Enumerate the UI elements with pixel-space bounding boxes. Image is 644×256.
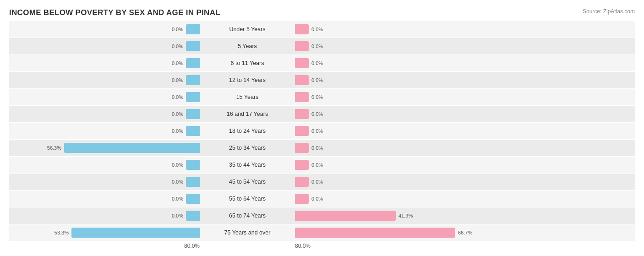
female-value-label: 0.0%: [311, 128, 323, 134]
left-bar-container: 0.0%: [9, 123, 202, 139]
male-value-label: 0.0%: [172, 179, 183, 185]
right-bar-container: 0.0%: [293, 72, 486, 88]
female-bar: [295, 228, 455, 238]
female-value-label: 0.0%: [311, 94, 323, 100]
axis-left: 80.0%: [9, 243, 202, 249]
right-bar-container: 0.0%: [293, 157, 486, 173]
chart-area: 0.0% Under 5 Years 0.0% 0.0% 5 Years 0.0…: [9, 21, 635, 223]
chart-row: 0.0% 45 to 54 Years 0.0%: [9, 174, 635, 190]
right-bar-container: 0.0%: [293, 21, 486, 38]
male-bar: [186, 24, 200, 34]
male-value-label: 0.0%: [172, 213, 183, 218]
female-value-label: 0.0%: [311, 196, 323, 202]
row-label: Under 5 Years: [202, 26, 293, 33]
chart-title: INCOME BELOW POVERTY BY SEX AND AGE IN P…: [9, 8, 635, 17]
female-value-label: 0.0%: [311, 145, 323, 151]
right-bar-container: 0.0%: [293, 89, 486, 105]
row-label: 12 to 14 Years: [202, 77, 293, 83]
left-bar-container: 0.0%: [9, 157, 202, 173]
chart-row: 0.0% 65 to 74 Years 41.9%: [9, 207, 635, 224]
left-bar-container: 0.0%: [9, 21, 202, 38]
axis-label-left: 80.0%: [184, 243, 200, 249]
row-label: 15 Years: [202, 94, 293, 100]
male-bar: [186, 194, 200, 204]
chart-row: 0.0% 12 to 14 Years 0.0%: [9, 72, 635, 88]
axis-row: 80.0% 80.0%: [9, 243, 635, 249]
female-value-label: 0.0%: [311, 162, 323, 168]
female-bar: [295, 160, 309, 170]
male-value-label: 0.0%: [172, 60, 183, 66]
female-value-label: 0.0%: [311, 27, 323, 32]
female-bar: [295, 194, 309, 204]
left-bar-container: 0.0%: [9, 174, 202, 190]
male-value-label: 0.0%: [172, 94, 183, 100]
source-text: Source: ZipAtlas.com: [583, 8, 635, 15]
row-label: 16 and 17 Years: [202, 111, 293, 117]
chart-row: 53.3% 75 Years and over 66.7%: [9, 224, 635, 241]
male-bar: [186, 177, 200, 187]
left-bar-container: 0.0%: [9, 38, 202, 54]
female-value-label: 41.9%: [398, 213, 413, 218]
male-value-label: 0.0%: [172, 77, 183, 83]
row-label: 65 to 74 Years: [202, 212, 293, 219]
left-bar-container: 0.0%: [9, 207, 202, 224]
chart-row: 0.0% 6 to 11 Years 0.0%: [9, 55, 635, 71]
row-label: 45 to 54 Years: [202, 179, 293, 185]
chart-row: 0.0% 15 Years 0.0%: [9, 89, 635, 105]
right-bar-container: 0.0%: [293, 174, 486, 190]
row-label: 5 Years: [202, 43, 293, 49]
row-label: 75 Years and over: [202, 229, 293, 236]
female-bar: [295, 58, 309, 68]
left-bar-container: 0.0%: [9, 106, 202, 122]
female-bar: [295, 143, 309, 153]
male-value-label: 0.0%: [172, 128, 183, 134]
female-value-label: 0.0%: [311, 60, 323, 66]
left-bar-container: 0.0%: [9, 55, 202, 71]
female-bar: [295, 41, 309, 51]
male-bar: [71, 228, 200, 238]
row-label: 6 to 11 Years: [202, 60, 293, 66]
female-bar: [295, 177, 309, 187]
female-bar: [295, 24, 309, 34]
male-bar: [186, 211, 200, 221]
right-bar-container: 41.9%: [293, 207, 486, 224]
male-bar: [186, 126, 200, 136]
left-bar-container: 0.0%: [9, 191, 202, 207]
row-label: 18 to 24 Years: [202, 128, 293, 134]
right-bar-container: 0.0%: [293, 106, 486, 122]
axis-label-right: 80.0%: [295, 243, 311, 249]
chart-container: INCOME BELOW POVERTY BY SEX AND AGE IN P…: [0, 0, 644, 256]
male-value-label: 0.0%: [172, 44, 183, 49]
male-value-label: 53.3%: [55, 230, 69, 235]
row-label: 25 to 34 Years: [202, 145, 293, 151]
right-bar-container: 0.0%: [293, 123, 486, 139]
female-value-label: 0.0%: [311, 77, 323, 83]
female-bar: [295, 126, 309, 136]
male-bar: [186, 92, 200, 102]
left-bar-container: 56.3%: [9, 140, 202, 156]
male-value-label: 0.0%: [172, 27, 183, 32]
row-label: 55 to 64 Years: [202, 196, 293, 202]
male-value-label: 0.0%: [172, 162, 183, 168]
row-label: 35 to 44 Years: [202, 162, 293, 168]
female-value-label: 0.0%: [311, 111, 323, 117]
right-bar-container: 0.0%: [293, 38, 486, 54]
male-value-label: 56.3%: [47, 145, 61, 151]
male-value-label: 0.0%: [172, 196, 183, 202]
chart-row: 0.0% 16 and 17 Years 0.0%: [9, 106, 635, 122]
male-bar: [64, 143, 200, 153]
female-value-label: 0.0%: [311, 44, 323, 49]
male-bar: [186, 58, 200, 68]
right-bar-container: 66.7%: [293, 224, 486, 241]
chart-row: 0.0% 5 Years 0.0%: [9, 38, 635, 54]
right-bar-container: 0.0%: [293, 55, 486, 71]
axis-right: 80.0%: [293, 243, 486, 249]
chart-row: 0.0% 55 to 64 Years 0.0%: [9, 191, 635, 207]
right-bar-container: 0.0%: [293, 191, 486, 207]
left-bar-container: 53.3%: [9, 224, 202, 241]
male-bar: [186, 41, 200, 51]
chart-row: 0.0% Under 5 Years 0.0%: [9, 21, 635, 38]
male-bar: [186, 160, 200, 170]
right-bar-container: 0.0%: [293, 140, 486, 156]
female-value-label: 66.7%: [458, 230, 472, 235]
